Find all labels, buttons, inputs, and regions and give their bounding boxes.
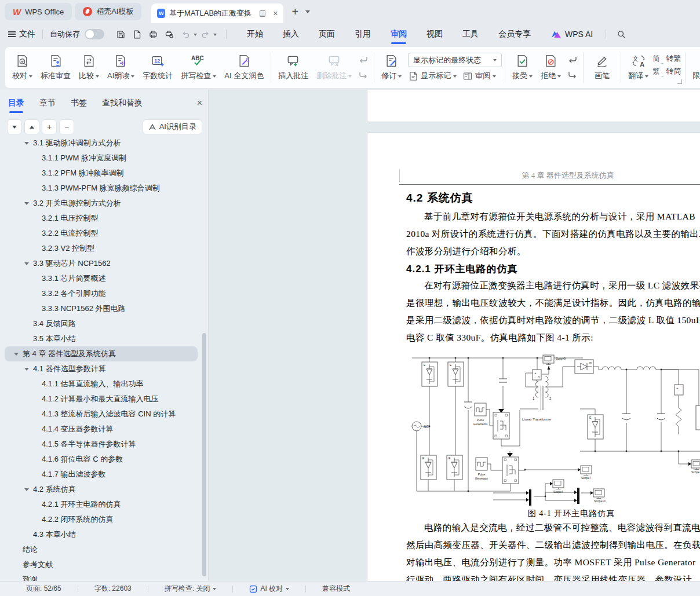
search-icon[interactable] [613,27,629,41]
previous-change-icon[interactable] [566,54,579,65]
save-button[interactable] [112,27,129,41]
toc-item[interactable]: 4.1.3 整流桥后输入滤波电容 CIN 的计算 [5,407,208,422]
word-count-indicator[interactable]: 字数: 22603 [94,584,132,594]
toc-item-selected[interactable]: 第 4 章 器件选型及系统仿真 [5,346,198,361]
chevron-down-icon[interactable] [24,486,33,493]
menu-insert[interactable]: 插入 [273,25,309,43]
autosave-toggle[interactable] [85,29,104,39]
ai-recognize-toc-button[interactable]: AI识别目录 [143,119,202,134]
toc-item[interactable]: 4.1.7 输出滤波参数 [5,467,208,482]
chevron-down-icon[interactable] [24,200,33,207]
export-pdf-button[interactable] [129,27,145,41]
redo-button[interactable] [197,27,213,41]
track-changes-button[interactable]: 修订 [377,49,406,83]
file-menu[interactable]: 文件 [8,29,35,39]
delete-comment-button[interactable]: 删除批注 [312,49,356,83]
toc-item[interactable]: 3.5 本章小结 [5,331,208,346]
tab-docer-templates[interactable]: 稻壳AI模板 [75,3,141,20]
toc-item[interactable]: 4.1.5 各半导体器件参数计算 [5,437,208,452]
toc-item[interactable]: 3.3.3 NCP1562 外围电路 [5,301,208,316]
toc-item[interactable]: 4.2.1 开环主电路的仿真 [5,497,208,512]
toc-item[interactable]: 4.1.2 计算最小和最大直流输入电压 [5,392,208,407]
restrict-editing-button[interactable]: 限制编辑 [688,49,700,83]
ai-polish-button[interactable]: AI 全文润色 [220,49,268,83]
sidebar-tab-bookmarks[interactable]: 书签 [71,98,87,108]
close-sidebar-icon[interactable]: × [197,98,202,108]
new-tab-button[interactable]: + [291,6,298,17]
toc-item[interactable]: 3.2.2 电流控制型 [5,226,208,241]
toc-item[interactable]: 3.2 开关电源控制方式分析 [5,196,208,211]
menu-home[interactable]: 开始 [237,25,273,43]
document-tab[interactable]: W 基于MATLAB的正激变换器的 × [151,3,283,23]
word-count-button[interactable]: 12 字数统计 [138,49,177,83]
document-page[interactable]: 第 4 章 器件选型及系统仿真 4.2 系统仿真 基于前几章对有源箝位开关电源系… [367,133,700,582]
undo-button[interactable] [177,27,194,41]
split-window-icon[interactable] [260,10,265,17]
toc-item[interactable]: 4.3 本章小结 [5,527,208,542]
chevron-down-icon[interactable] [24,140,33,147]
menu-tools[interactable]: 工具 [453,25,488,43]
toc-item[interactable]: 4.1.4 变压器参数计算 [5,422,208,437]
menu-review[interactable]: 审阅 [381,25,417,43]
menu-view[interactable]: 视图 [417,25,453,43]
chevron-down-icon[interactable] [24,365,33,373]
toc-item[interactable]: 3.1.3 PWM-PFM 脉宽脉频综合调制 [5,181,208,196]
toc-item[interactable]: 4.2 系统仿真 [5,482,208,497]
to-simplified-button[interactable]: 繁 转简 [652,66,681,76]
chevron-down-icon[interactable] [14,350,23,358]
sidebar-scrollbar-thumb[interactable] [202,333,206,576]
sidebar-tab-chapters[interactable]: 章节 [39,98,56,108]
tab-wps-office[interactable]: W WPS Office [5,3,72,20]
zoom-out-level-button[interactable]: − [59,119,74,134]
review-pane-button[interactable]: 审阅 [462,71,496,81]
compatibility-mode-indicator[interactable]: 兼容模式 [322,584,350,594]
toc-item[interactable]: 3.2.3 V2 控制型 [5,241,208,256]
toc-item[interactable]: 3.1.1 PWM 脉冲宽度调制 [5,151,208,166]
toc-item[interactable]: 3.1 驱动脉冲调制方式分析 [5,136,208,151]
toc-item[interactable]: 3.3.2 各个引脚功能 [5,286,208,301]
print-preview-button[interactable] [161,27,177,41]
toc-item[interactable]: 3.3 驱动芯片 NCP1562 [5,256,208,271]
wps-ai-button[interactable]: WPS AI [551,30,593,39]
sidebar-tab-toc[interactable]: 目录 [8,98,24,108]
toc-item[interactable]: 3.4 反馈回路 [5,316,208,331]
accept-button[interactable]: 接受 [508,49,537,83]
print-button[interactable] [145,27,161,41]
toc-item[interactable]: 4.1.1 估算直流输入、输出功率 [5,376,208,392]
tab-list-chevron-icon[interactable] [305,10,310,16]
previous-comment-icon[interactable] [357,54,370,65]
zoom-in-level-button[interactable]: + [42,119,57,134]
toc-item[interactable]: 参考文献 [5,557,208,572]
toc-item[interactable]: 3.3.1 芯片简要概述 [5,271,208,286]
next-comment-icon[interactable] [357,70,370,81]
chevron-down-icon[interactable] [24,260,33,268]
reject-button[interactable]: 拒绝 [537,49,565,83]
toc-item[interactable]: 3.2.1 电压控制型 [5,211,208,226]
spell-check-button[interactable]: ABC 拼写检查 [177,49,220,83]
toc-item[interactable]: 结论 [5,542,208,557]
translate-button[interactable]: 文A 翻译 [624,49,652,83]
page-indicator[interactable]: 页面: 52/65 [26,584,61,594]
show-markup-button[interactable]: 显示标记 [408,71,457,81]
standard-review-button[interactable]: 标准审查 [37,49,75,83]
proof-button[interactable]: 校对 [8,49,37,83]
insert-comment-button[interactable]: 插入批注 [274,49,312,83]
menu-page[interactable]: 页面 [309,25,345,43]
toc-item[interactable]: 4.1 器件选型参数计算 [5,361,208,376]
group-expand-icon[interactable] [677,79,682,84]
ai-proofread-status[interactable]: AI 校对 [249,584,289,594]
pen-button[interactable]: 画笔 [586,49,618,83]
collapse-all-button[interactable] [24,119,39,134]
markup-state-select[interactable]: 显示标记的最终状态 [408,53,502,67]
toc-item[interactable]: 3.1.2 PFM 脉冲频率调制 [5,166,208,181]
toc-item[interactable]: 4.1.6 箝位电容 C 的参数 [5,452,208,467]
expand-all-button[interactable] [7,119,22,134]
spellcheck-status[interactable]: 拼写检查: 关闭 [165,584,217,594]
menu-membership[interactable]: 会员专享 [488,25,541,43]
next-change-icon[interactable] [566,70,579,81]
to-traditional-button[interactable]: 简 转繁 [652,53,681,64]
close-tab-icon[interactable]: × [273,9,278,18]
menu-reference[interactable]: 引用 [345,25,381,43]
sidebar-tab-find-replace[interactable]: 查找和替换 [102,98,143,108]
toc-item[interactable]: 4.2.2 闭环系统的仿真 [5,512,208,527]
